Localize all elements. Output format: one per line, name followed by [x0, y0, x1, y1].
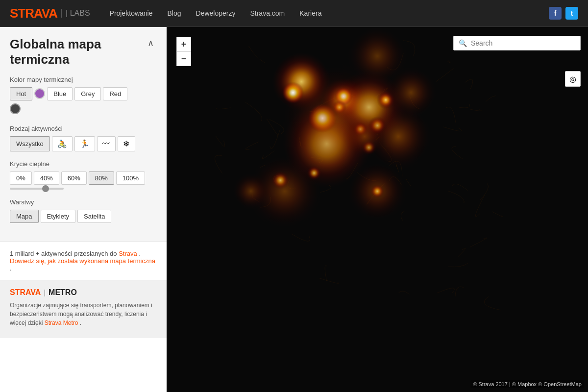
activity-all-button[interactable]: Wszystko	[10, 136, 50, 151]
metro-label: METRO	[49, 288, 77, 297]
nav-item-deweloperzy[interactable]: Deweloperzy	[196, 9, 236, 17]
opacity-40-button[interactable]: 40%	[34, 172, 59, 185]
nav-item-strava.com[interactable]: Strava.com	[250, 9, 285, 17]
layer-labels-button[interactable]: Etykiety	[41, 210, 76, 223]
zoom-in-button[interactable]: +	[176, 37, 191, 51]
color-purple-dot[interactable]	[34, 88, 45, 99]
main-nav: ProjektowanieBlogDeweloperzyStrava.comKa…	[110, 9, 549, 17]
main-content: Globalna mapa termiczna ∧ Kolor mapy ter…	[0, 27, 588, 392]
map-attribution: © Strava 2017 | © Mapbox © OpenStreetMap	[470, 380, 584, 388]
color-hot-button[interactable]: Hot	[10, 87, 32, 100]
metro-divider: |	[44, 289, 46, 296]
color-red-button[interactable]: Red	[103, 87, 127, 100]
heatmap-color-section: Kolor mapy termicznej Hot Blue Grey Red	[10, 76, 157, 116]
activity-run-button[interactable]: 🏃	[74, 136, 95, 151]
opacity-label: Krycie cieplne	[10, 160, 157, 168]
opacity-thumb[interactable]	[42, 185, 49, 192]
twitter-icon[interactable]: t	[565, 7, 578, 20]
sidebar: Globalna mapa termiczna ∧ Kolor mapy ter…	[0, 27, 167, 392]
facebook-icon[interactable]: f	[549, 7, 562, 20]
panel-collapse-button[interactable]: ∧	[145, 37, 157, 49]
nav-item-blog[interactable]: Blog	[168, 9, 181, 17]
logo-area: STRAVA | LABS	[10, 6, 90, 21]
metro-strava-logo: STRAVA	[10, 288, 41, 297]
opacity-80-button[interactable]: 80%	[89, 172, 114, 185]
panel-header: Globalna mapa termiczna ∧	[10, 37, 157, 67]
nav-item-projektowanie[interactable]: Projektowanie	[110, 9, 153, 17]
heatmap-info-link[interactable]: Dowiedz się, jak została wykonana mapa t…	[10, 257, 155, 265]
heatmap-canvas	[167, 27, 588, 392]
activity-buttons: Wszystko 🚴 🏃 〰 ❄	[10, 136, 157, 151]
metro-logo: STRAVA | METRO	[10, 288, 157, 297]
layer-map-button[interactable]: Mapa	[10, 210, 39, 223]
layers-buttons: Mapa Etykiety Satelita	[10, 210, 157, 223]
strava-logo: STRAVA	[10, 6, 57, 21]
heatmap-color-buttons: Hot Blue Grey Red	[10, 87, 157, 100]
search-icon: 🔍	[459, 39, 467, 47]
map-area[interactable]: + − 🔍 ◎ © Strava 2017 | © Mapbox © OpenS…	[167, 27, 588, 392]
labs-label: | LABS	[61, 9, 90, 18]
info-text1: 1 miliard + aktywności przesłanych do	[10, 250, 117, 257]
heatmap-color-label: Kolor mapy termicznej	[10, 76, 157, 83]
info-section: 1 miliard + aktywności przesłanych do St…	[0, 242, 167, 280]
activity-type-label: Rodzaj aktywności	[10, 125, 157, 132]
opacity-0-button[interactable]: 0%	[10, 172, 32, 185]
panel-title: Globalna mapa termiczna	[10, 37, 145, 67]
metro-link[interactable]: Strava Metro	[45, 319, 78, 326]
search-box: 🔍	[453, 36, 581, 50]
activity-swim-button[interactable]: 〰	[97, 136, 116, 151]
layers-section: Warstwy Mapa Etykiety Satelita	[10, 198, 157, 223]
header: STRAVA | LABS ProjektowanieBlogDeweloper…	[0, 0, 588, 27]
search-input[interactable]	[471, 39, 575, 47]
layers-label: Warstwy	[10, 198, 157, 206]
layer-satellite-button[interactable]: Satelita	[77, 210, 111, 223]
opacity-slider-container	[10, 188, 157, 190]
metro-description: Organizacje zajmujące się transportem, p…	[10, 301, 157, 327]
color-extra-dot[interactable]	[10, 103, 21, 114]
map-zoom-controls: + −	[176, 37, 191, 66]
activity-type-section: Rodzaj aktywności Wszystko 🚴 🏃 〰 ❄	[10, 125, 157, 151]
strava-link[interactable]: Strava	[119, 250, 137, 257]
zoom-out-button[interactable]: −	[176, 51, 191, 66]
activity-winter-button[interactable]: ❄	[118, 136, 135, 151]
color-blue-button[interactable]: Blue	[47, 87, 73, 100]
nav-item-kariera[interactable]: Kariera	[299, 9, 321, 17]
opacity-track[interactable]	[10, 188, 64, 190]
social-icons: f t	[549, 7, 578, 20]
color-grey-button[interactable]: Grey	[74, 87, 101, 100]
opacity-buttons: 0% 40% 60% 80% 100%	[10, 172, 157, 185]
control-panel: Globalna mapa termiczna ∧ Kolor mapy ter…	[0, 27, 167, 242]
activity-bike-button[interactable]: 🚴	[52, 136, 73, 151]
metro-section: STRAVA | METRO Organizacje zajmujące się…	[0, 280, 167, 338]
opacity-100-button[interactable]: 100%	[116, 172, 145, 185]
locate-button[interactable]: ◎	[565, 71, 581, 87]
opacity-section: Krycie cieplne 0% 40% 60% 80% 100%	[10, 160, 157, 190]
opacity-60-button[interactable]: 60%	[61, 172, 87, 185]
